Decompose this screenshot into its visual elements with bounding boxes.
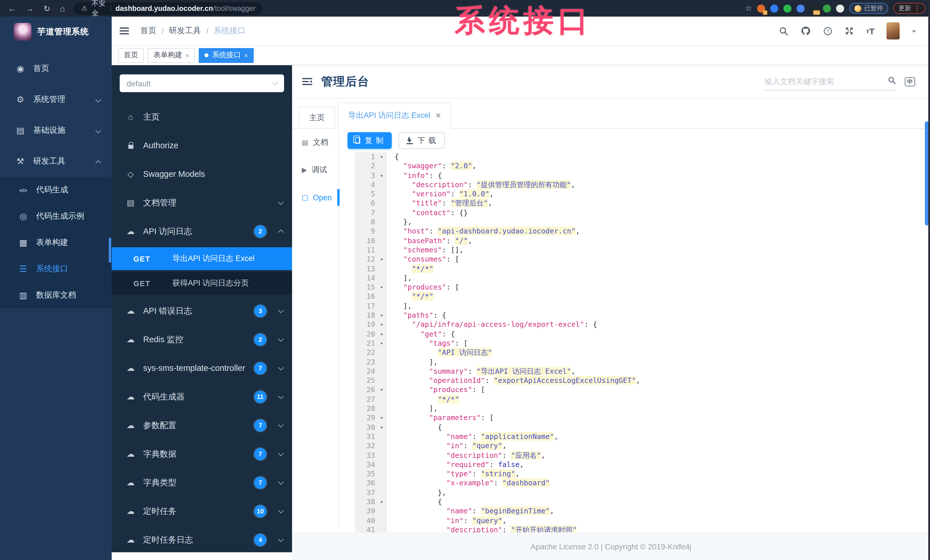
fold-arrow-icon[interactable]: ▾ <box>377 339 386 348</box>
address-bar[interactable]: ⚠ 不安全 dashboard.yudao.iocoder.cn/tool/sw… <box>74 2 263 15</box>
api-operation-5[interactable]: GET 导出API 访问日志 Excel <box>112 247 292 270</box>
line-number[interactable]: 25 <box>355 376 377 385</box>
api-group-15[interactable]: ☁定时任务日志4 <box>112 525 292 552</box>
group-select[interactable]: default <box>120 74 284 92</box>
api-nav-1[interactable]: Authorize <box>112 131 292 160</box>
line-number[interactable]: 4 <box>355 180 377 190</box>
line-number[interactable]: 35 <box>355 469 377 479</box>
line-number[interactable]: 2 <box>355 162 377 171</box>
ext-green-leaf-icon[interactable] <box>823 4 831 12</box>
fold-arrow-icon[interactable]: ▾ <box>377 171 386 180</box>
line-number[interactable]: 31 <box>355 432 377 442</box>
paused-extension-pill[interactable]: 已暂停 <box>849 3 888 14</box>
line-number[interactable]: 19 <box>355 320 377 330</box>
line-number[interactable]: 23 <box>355 357 377 367</box>
line-number[interactable]: 32 <box>355 441 377 451</box>
line-number[interactable]: 34 <box>355 460 377 469</box>
fold-arrow-icon[interactable]: ▾ <box>377 385 386 395</box>
line-number[interactable]: 5 <box>355 189 377 199</box>
line-number[interactable]: 29 <box>355 413 377 423</box>
fold-arrow-icon[interactable]: ▾ <box>377 255 386 264</box>
fold-arrow-icon[interactable]: ▾ <box>377 497 386 507</box>
api-group-4[interactable]: ☁API 访问日志2 <box>112 217 292 245</box>
hamburger-icon[interactable] <box>120 28 129 34</box>
reload-icon[interactable]: ↻ <box>43 4 50 13</box>
line-number[interactable]: 22 <box>355 348 377 357</box>
ext-green-shield-icon[interactable] <box>784 4 791 12</box>
fold-arrow-icon[interactable]: ▾ <box>377 423 386 432</box>
sidebar-item-7[interactable]: ☰ 系统接口 <box>0 256 112 282</box>
fullscreen-icon[interactable] <box>845 26 854 35</box>
fold-arrow-icon[interactable]: ▾ <box>377 283 386 292</box>
sidebar-item-8[interactable]: ▥ 数据库文档 <box>0 282 112 308</box>
line-number[interactable]: 41 <box>355 525 377 532</box>
github-icon[interactable] <box>801 26 811 36</box>
doc-tab-1[interactable]: 导出API 访问日志 Excel ✕ <box>338 103 451 129</box>
line-number[interactable]: 15 <box>355 283 377 292</box>
api-group-12[interactable]: ☁字典数据7 <box>112 440 292 468</box>
back-icon[interactable]: ← <box>8 4 16 13</box>
line-number[interactable]: 30 <box>355 423 377 432</box>
collapse-sidebar-icon[interactable] <box>302 77 313 86</box>
line-number[interactable]: 27 <box>355 394 377 404</box>
sidebar-item-1[interactable]: ⚙ 系统管理 <box>0 84 112 115</box>
language-toggle-icon[interactable]: 中 <box>905 77 915 86</box>
fold-arrow-icon[interactable]: ▾ <box>377 413 386 423</box>
line-number[interactable]: 13 <box>355 264 377 273</box>
line-number[interactable]: 8 <box>355 218 377 227</box>
line-number[interactable]: 33 <box>355 451 377 460</box>
breadcrumb-item[interactable]: 研发工具 <box>169 26 201 36</box>
line-number[interactable]: 39 <box>355 507 377 516</box>
side-tab-1[interactable]: ▶ 调试 <box>292 156 339 184</box>
close-icon[interactable]: ✕ <box>436 112 441 120</box>
ext-dark-en-icon[interactable]: En <box>810 4 818 12</box>
line-number[interactable]: 37 <box>355 488 377 497</box>
line-number[interactable]: 20 <box>355 329 377 339</box>
api-group-14[interactable]: ☁定时任务10 <box>112 497 292 525</box>
line-number[interactable]: 7 <box>355 208 377 218</box>
tag-item-0[interactable]: 首页 <box>118 48 144 63</box>
side-tab-0[interactable]: ▤ 文档 <box>292 129 339 156</box>
sidebar-item-2[interactable]: ▤ 基础设施 <box>0 115 112 146</box>
sidebar-item-0[interactable]: ◉ 首页 <box>0 53 112 84</box>
line-number[interactable]: 21 <box>355 339 377 348</box>
ext-orange-icon[interactable]: 1 <box>757 4 765 12</box>
browser-home-icon[interactable]: ⌂ <box>60 4 65 13</box>
help-icon[interactable]: ? <box>823 26 833 36</box>
line-number[interactable]: 12 <box>355 255 377 264</box>
kebab-menu-icon[interactable]: ⋮ <box>914 5 920 12</box>
fold-arrow-icon[interactable]: ▾ <box>377 320 386 330</box>
user-avatar[interactable] <box>887 22 900 40</box>
copy-button[interactable]: 复 制 <box>348 132 392 149</box>
line-number[interactable]: 17 <box>355 302 377 311</box>
line-number[interactable]: 26 <box>355 385 377 395</box>
line-number[interactable]: 10 <box>355 236 377 245</box>
line-number[interactable]: 16 <box>355 292 377 302</box>
api-group-9[interactable]: ☁sys-sms-template-controller7 <box>112 354 292 382</box>
api-nav-0[interactable]: ⌂主页 <box>112 103 292 131</box>
line-number[interactable]: 3 <box>355 171 377 180</box>
forward-icon[interactable]: → <box>26 4 34 13</box>
api-group-10[interactable]: ☁代码生成器11 <box>112 382 292 411</box>
sidebar-item-6[interactable]: ▦ 表单构建 <box>0 230 112 256</box>
side-tab-2[interactable]: ▢ Open <box>292 184 339 211</box>
font-size-icon[interactable]: тT <box>866 26 875 36</box>
breadcrumb-item[interactable]: 系统接口 <box>214 26 246 36</box>
breadcrumb-item[interactable]: 首页 <box>140 26 156 36</box>
doc-search-input[interactable] <box>765 77 884 86</box>
api-group-13[interactable]: ☁字典类型7 <box>112 468 292 497</box>
sidebar-scrollbar-thumb[interactable] <box>109 238 111 263</box>
line-number[interactable]: 24 <box>355 367 377 376</box>
line-number[interactable]: 6 <box>355 199 377 208</box>
sidebar-item-5[interactable]: ◎ 代码生成示例 <box>0 203 112 230</box>
api-operation-6[interactable]: GET 获得API 访问日志分页 <box>112 272 292 295</box>
sidebar-item-3[interactable]: ⚒ 研发工具 <box>0 146 112 177</box>
ext-blue-grid-icon[interactable] <box>796 4 805 12</box>
doc-tab-0[interactable]: 主页 <box>299 106 335 128</box>
ext-white-flower-icon[interactable] <box>836 4 844 12</box>
tag-item-2[interactable]: 系统接口 × <box>199 48 254 63</box>
close-icon[interactable]: × <box>244 52 248 59</box>
line-number[interactable]: 11 <box>355 245 377 255</box>
api-group-3[interactable]: ▤文档管理 <box>112 188 292 217</box>
api-group-8[interactable]: ☁Redis 监控2 <box>112 325 292 354</box>
